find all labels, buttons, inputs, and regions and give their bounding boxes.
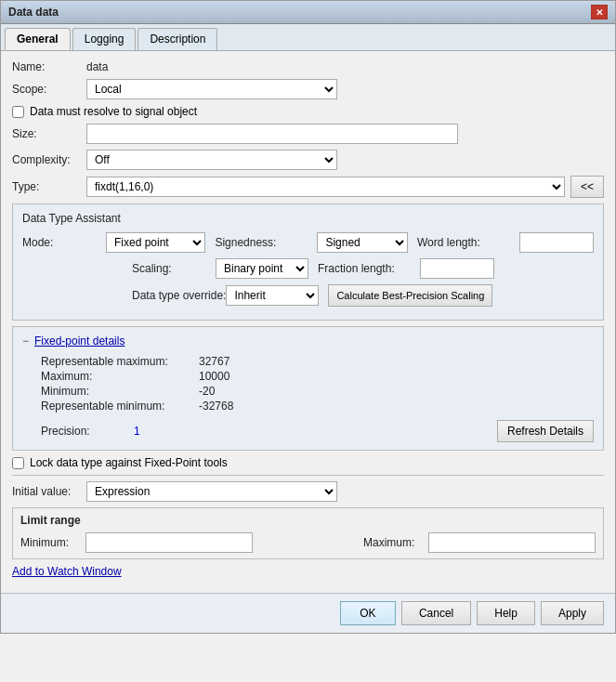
window-title: Data data: [8, 6, 59, 19]
scaling-select[interactable]: Binary point Slope and bias: [216, 258, 308, 279]
assistant-row-1: Mode: Fixed point Float Integer Signedne…: [22, 232, 594, 253]
type-label: Type:: [12, 180, 86, 193]
footer: OK Cancel Help Apply: [1, 593, 615, 633]
resolve-label: Data must resolve to signal object: [30, 105, 197, 118]
calc-btn[interactable]: Calculate Best-Precision Scaling: [328, 284, 492, 307]
limit-row: Minimum: -20 Maximum: 10000: [20, 532, 596, 553]
initial-value-row: Initial value: Expression: [12, 481, 604, 502]
dt-override-label: Data type override:: [132, 289, 226, 302]
lock-checkbox-row: Lock data type against Fixed-Point tools: [12, 456, 604, 469]
min-label: Minimum:: [41, 385, 199, 398]
initial-value-select[interactable]: Expression: [86, 481, 337, 502]
max-value: 10000: [199, 370, 273, 383]
tab-general[interactable]: General: [5, 28, 71, 50]
precision-value: 1: [134, 425, 140, 438]
mode-label: Mode:: [22, 236, 106, 249]
precision-left: Precision: 1: [41, 425, 140, 438]
dt-override-select[interactable]: Inherit Off: [226, 285, 319, 306]
size-input[interactable]: [86, 124, 458, 144]
tab-description[interactable]: Description: [138, 28, 217, 50]
double-arrow-button[interactable]: <<: [570, 176, 604, 198]
type-select[interactable]: fixdt(1,16,0): [86, 177, 565, 197]
rep-min-label: Representable minimum:: [41, 400, 199, 413]
lock-checkbox[interactable]: [12, 457, 24, 469]
word-length-label: Word length:: [417, 236, 519, 249]
initial-value-label: Initial value:: [12, 485, 86, 498]
refresh-details-button[interactable]: Refresh Details: [497, 420, 594, 442]
close-button[interactable]: ✕: [591, 5, 608, 20]
limit-max-input[interactable]: 10000: [428, 532, 596, 553]
rep-max-label: Representable maximum:: [41, 355, 199, 368]
complexity-select[interactable]: Off: [86, 150, 337, 170]
scope-label: Scope:: [12, 83, 86, 96]
content-area: Name: data Scope: Local Data must resolv…: [1, 51, 615, 593]
watch-window-link[interactable]: Add to Watch Window: [12, 565, 122, 578]
resolve-checkbox[interactable]: [12, 106, 24, 118]
title-bar: Data data ✕: [1, 1, 615, 24]
size-label: Size:: [12, 127, 86, 140]
details-grid: Representable maximum: 32767 Maximum: 10…: [41, 355, 594, 413]
rep-min-value: -32768: [199, 400, 273, 413]
help-button[interactable]: Help: [477, 601, 535, 625]
size-row: Size:: [12, 124, 604, 144]
collapse-icon[interactable]: −: [22, 334, 29, 348]
tab-logging[interactable]: Logging: [72, 28, 137, 50]
assistant-row-2: Scaling: Binary point Slope and bias Fra…: [22, 258, 594, 279]
main-window: Data data ✕ General Logging Description …: [0, 0, 616, 634]
cancel-button[interactable]: Cancel: [401, 601, 471, 625]
word-length-input[interactable]: 16: [519, 232, 594, 253]
limit-max-label: Maximum:: [363, 536, 428, 549]
fraction-length-label: Fraction length:: [318, 262, 420, 275]
min-value: -20: [199, 385, 273, 398]
assistant-title: Data Type Assistant: [22, 212, 594, 225]
details-header: − Fixed-point details: [22, 334, 594, 348]
name-value: data: [86, 60, 108, 73]
ok-button[interactable]: OK: [340, 601, 396, 625]
signedness-select[interactable]: Signed Unsigned: [317, 232, 408, 253]
tab-bar: General Logging Description: [1, 24, 615, 51]
complexity-row: Complexity: Off: [12, 150, 604, 170]
lock-label: Lock data type against Fixed-Point tools: [30, 456, 228, 469]
max-label: Maximum:: [41, 370, 199, 383]
type-row: Type: fixdt(1,16,0) <<: [12, 176, 604, 198]
limit-title: Limit range: [20, 514, 596, 527]
complexity-label: Complexity:: [12, 153, 86, 166]
limit-group: Limit range Minimum: -20 Maximum: 10000: [12, 507, 604, 559]
rep-max-value: 32767: [199, 355, 273, 368]
signedness-label: Signedness:: [215, 236, 317, 249]
scaling-label: Scaling:: [132, 262, 216, 275]
limit-min-label: Minimum:: [20, 536, 85, 549]
name-label: Name:: [12, 60, 86, 73]
fraction-length-input[interactable]: 0: [420, 258, 494, 279]
name-row: Name: data: [12, 60, 604, 73]
details-link[interactable]: Fixed-point details: [34, 334, 125, 348]
assistant-row-3: Data type override: Inherit Off Calculat…: [22, 284, 594, 307]
limit-min-input[interactable]: -20: [85, 532, 253, 553]
scope-row: Scope: Local: [12, 79, 604, 99]
apply-button[interactable]: Apply: [541, 601, 604, 625]
precision-row: Precision: 1 Refresh Details: [41, 420, 594, 442]
resolve-checkbox-row: Data must resolve to signal object: [12, 105, 604, 118]
data-type-assistant: Data Type Assistant Mode: Fixed point Fl…: [12, 203, 604, 321]
mode-select[interactable]: Fixed point Float Integer: [106, 232, 205, 253]
precision-label: Precision:: [41, 425, 106, 438]
scope-select[interactable]: Local: [86, 79, 337, 99]
fixed-point-details: − Fixed-point details Representable maxi…: [12, 326, 604, 451]
